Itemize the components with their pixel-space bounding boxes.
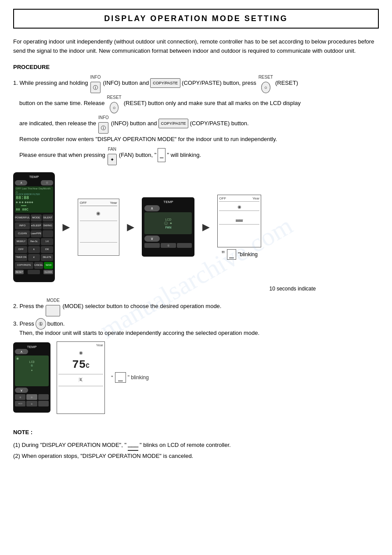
step1-line2a: button on the same time. Release (19, 98, 104, 109)
note-line2: (2) When operation stops, "DISPLAY OPERA… (13, 451, 379, 461)
blink-label-2: " ⎯ " blinking (111, 372, 149, 383)
btn-copypaste2: COPY/PASTE (158, 119, 189, 128)
indicator-label: 10 seconds indicate (206, 286, 379, 292)
lcd-display-3: OFF Year ◉ ⎯⎯ " ⎯ "blinking (217, 195, 261, 260)
step1-text: 1. While pressing and holding INFO ⓘ (IN… (13, 73, 379, 165)
title-box: DISPLAY OPERATION MODE SETTING (13, 9, 379, 29)
step2-text1: 2. Press the (13, 301, 43, 312)
blink-text: "blinking (238, 251, 258, 258)
step3-text1: 3. Press (13, 318, 34, 330)
btn-info2-label: INFO (98, 113, 109, 122)
blink-symbol1: ⎯ (158, 148, 165, 162)
step3-text2: button. (47, 318, 65, 330)
btn-reset2: ○ (110, 102, 119, 113)
btn-reset-wrapper: RESET ○ (259, 73, 273, 93)
step1-line2b: (RESET) button only and make sure that a… (124, 98, 301, 109)
note-section: NOTE : (1) During "DISPLAY OPERATION MOD… (13, 427, 379, 461)
btn-info2: ⓘ (98, 122, 108, 134)
lcd-display-step3: Year ◉ 75C (57, 341, 105, 414)
step1-line5a: Please ensure that when pressing (19, 149, 105, 161)
arrow-3: ► (200, 220, 212, 234)
step1-line5b: (FAN) button, " (119, 149, 157, 161)
step2-text2: (MODE) selector button to choose the des… (62, 301, 221, 312)
procedure-heading: PROCEDURE (13, 64, 379, 70)
btn-fan-wrapper: FAN ✦ (108, 145, 117, 165)
btn-info: ⓘ (90, 82, 101, 93)
btn-reset-label: RESET (259, 73, 273, 82)
page-title: DISPLAY OPERATION MODE SETTING (23, 14, 369, 23)
lcd-display-2: TEMP ∧ LCD ⓘ ✦ FAN ∨ ① (142, 197, 194, 257)
step1-line3a: are indicated, then release the (19, 118, 96, 129)
btn-reset: ○ (261, 82, 270, 93)
step1-line3b: (INFO) button and (111, 118, 157, 129)
btn-mode (46, 305, 60, 316)
diagram-row-1: TEMP ∧ ☆ OFF Last ThisYear DayMonth △ CL… (13, 172, 379, 282)
remote-controller-diagram: TEMP ∧ ☆ OFF Last ThisYear DayMonth △ CL… (13, 172, 55, 282)
step3-text3: Then, the indoor unit will starts to ope… (13, 330, 379, 336)
btn-info2-wrapper: INFO ⓘ (98, 113, 109, 134)
step3-text: 3. Press ① button. Then, the indoor unit… (13, 318, 379, 336)
btn-fan: ✦ (108, 154, 117, 165)
step1-line5c: " will blinking. (167, 149, 201, 161)
step1-line3c: (COPY/PASTE) button. (190, 118, 248, 129)
btn-reset2-wrapper: RESET ○ (107, 93, 121, 113)
btn-reset2-label: RESET (107, 93, 121, 102)
btn-mode-wrapper: MODE (46, 296, 60, 316)
step1-line1c: (COPY/PASTE) button, press (182, 77, 256, 89)
arrow-2: ► (125, 220, 137, 234)
note-line1: (1) During "DISPLAY OPERATION MODE", " ⎯… (13, 439, 379, 451)
btn-copypaste: COPY/PASTE (150, 78, 180, 88)
step2-text: 2. Press the MODE (MODE) selector button… (13, 296, 379, 316)
intro-paragraph: For operating indoor unit independently … (13, 37, 379, 56)
step1-line4: Remote controller now enters "DISPLAY OP… (13, 134, 379, 145)
btn-info-top-label: INFO (90, 73, 101, 82)
btn-start-stop: ① (36, 318, 46, 330)
btn-info-wrapper: INFO ⓘ (90, 73, 101, 93)
blink2-text: " blinking (128, 374, 149, 381)
btn-mode-label: MODE (47, 296, 60, 305)
step1-line1a: 1. While pressing and holding (13, 77, 88, 89)
btn-fan-label: FAN (108, 145, 116, 154)
remote-diagram-2: TEMP ∧ ◉ LCD ① ✦ ∨ ① ① SCO ① (13, 342, 50, 413)
svg-point-0 (80, 379, 82, 381)
note-line1-text: (1) During "DISPLAY OPERATION MODE", " (13, 440, 126, 450)
step1-line1d: (RESET) (275, 77, 298, 89)
lcd-display-1: OFF Year ◉ (78, 199, 119, 256)
note-heading: NOTE : (13, 427, 379, 437)
arrow-1: ► (60, 220, 72, 234)
step1-line1b: (INFO) button and (103, 77, 149, 89)
diagram-row-2: TEMP ∧ ◉ LCD ① ✦ ∨ ① ① SCO ① (13, 341, 379, 414)
blink-annotation: " ⎯ "blinking (221, 249, 258, 260)
